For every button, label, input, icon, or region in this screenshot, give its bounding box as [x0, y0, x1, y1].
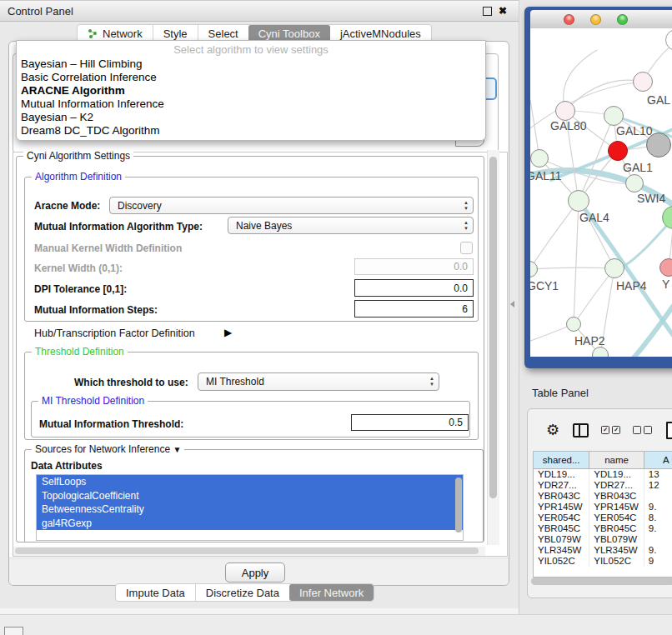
attribute-item-betweennesscentrality[interactable]: BetweennessCentrality: [37, 502, 463, 517]
table-row[interactable]: YBR045CYBR045C9.: [534, 523, 672, 534]
table-row[interactable]: YIL052CYIL052C9: [534, 556, 672, 567]
table-cell: 13: [644, 469, 672, 480]
sources-expanded-arrow-icon[interactable]: ▼: [173, 445, 181, 454]
table-cell: YBR045C: [534, 523, 589, 534]
attribute-item-selfloops[interactable]: SelfLoops: [37, 475, 463, 489]
mi-type-value: Naive Bayes: [236, 220, 292, 232]
kernel-width-input[interactable]: 0.0: [354, 258, 474, 275]
hub-definition-label[interactable]: Hub/Transcription Factor Definition: [34, 328, 195, 339]
node-label-gal10: GAL10: [616, 124, 653, 138]
collapsed-panel-icon[interactable]: [4, 627, 23, 635]
network-node-hap2[interactable]: [566, 317, 581, 332]
table-row[interactable]: YBR043CYBR043C: [534, 491, 672, 502]
tab-style[interactable]: Style: [153, 25, 198, 42]
table-cell: 9.: [644, 502, 672, 512]
tab-label: Impute Data: [126, 587, 185, 599]
table-row[interactable]: YLR345WYLR345W9.: [534, 545, 672, 556]
dropdown-option-mutual-information-inference[interactable]: Mutual Information Inference: [21, 98, 164, 110]
table-panel-title: Table Panel: [532, 387, 589, 399]
apply-strip: Apply: [9, 558, 509, 585]
mi-steps-input[interactable]: 6: [354, 300, 474, 318]
network-node-hap4[interactable]: [604, 258, 624, 278]
table-row[interactable]: YBL079WYBL079W: [534, 534, 672, 545]
network-node-y[interactable]: [659, 258, 672, 277]
table-row[interactable]: YER054CYER054C8.: [534, 512, 672, 523]
deselect-all-columns-icon[interactable]: [633, 426, 652, 434]
kernel-width-label: Kernel Width (0,1):: [34, 262, 123, 274]
node-label-gal11: GAL11: [530, 169, 562, 182]
select-all-columns-icon[interactable]: ✓✓: [601, 426, 620, 434]
tab-select[interactable]: Select: [198, 25, 248, 42]
which-threshold-select[interactable]: MI Threshold ▲▼: [198, 372, 439, 391]
table-row[interactable]: YDL19...YDL19...13: [534, 469, 672, 480]
mi-type-select[interactable]: Naive Bayes ▲▼: [228, 217, 474, 234]
manual-kernel-label: Manual Kernel Width Definition: [34, 242, 182, 254]
table-cell: 12: [644, 480, 672, 491]
mac-minimize-icon[interactable]: [590, 14, 601, 25]
table-cell: YDR27...: [534, 480, 589, 491]
table-column-header-a[interactable]: A: [644, 452, 672, 468]
control-panel-titlebar: Control Panel ✖: [0, 1, 519, 22]
algorithm-definition-title: Algorithm Definition: [32, 171, 125, 182]
column-browser-icon[interactable]: [573, 423, 589, 438]
aracne-mode-select[interactable]: Discovery ▲▼: [109, 197, 474, 214]
table-row[interactable]: YDR27...YDR27...12: [534, 480, 672, 491]
tab-jactivemnodules[interactable]: jActiveMNodules: [330, 25, 431, 42]
table-panel-box: ⚙ ✓✓ shared...nameA YDL19...YDL19...13YD…: [527, 408, 672, 598]
data-attributes-list[interactable]: SelfLoopsTopologicalCoefficientBetweenne…: [36, 474, 464, 541]
dropdown-option-dream8-dc-tdc-algorithm[interactable]: Dream8 DC_TDC Algorithm: [21, 124, 160, 137]
node-label-swi4: SWI4: [637, 192, 665, 205]
float-window-icon[interactable]: [483, 7, 492, 16]
settings-vertical-scrollbar[interactable]: [487, 150, 499, 545]
table-column-header-shared[interactable]: shared...: [534, 452, 589, 468]
node-label-hap4: HAP4: [616, 279, 647, 292]
tab-network[interactable]: Network: [78, 25, 153, 42]
network-node-gal1[interactable]: [608, 141, 628, 161]
tab-infer-network[interactable]: Infer Network: [289, 584, 374, 601]
combo-arrows-icon: ▲▼: [429, 376, 434, 387]
tab-cyni-toolbox[interactable]: Cyni Toolbox: [248, 25, 330, 42]
tab-impute-data[interactable]: Impute Data: [116, 584, 195, 601]
close-window-icon[interactable]: ✖: [499, 6, 507, 16]
dpi-tolerance-label: DPI Tolerance [0,1]:: [34, 283, 127, 295]
control-panel-main: Cyni Algorithm Settings Algorithm Defini…: [8, 41, 509, 586]
mac-close-icon[interactable]: [564, 14, 574, 25]
network-canvas[interactable]: GALGAL80GAL10GAL1GAL11SWI4GAL4GCY1HAP4YH…: [530, 28, 672, 357]
network-node-gal[interactable]: [633, 72, 653, 92]
network-node-gal11[interactable]: [530, 149, 549, 168]
dropdown-placeholder: Select algorithm to view settings: [17, 43, 485, 56]
dropdown-option-aracne-algorithm[interactable]: ARACNE Algorithm: [21, 84, 125, 97]
table-column-header-name[interactable]: name: [589, 452, 644, 468]
attributes-scrollbar[interactable]: [454, 476, 463, 538]
network-node-gal10[interactable]: [604, 106, 624, 126]
table-cell: YER054C: [534, 512, 589, 523]
attribute-item-topologicalcoefficient[interactable]: TopologicalCoefficient: [37, 489, 463, 503]
manual-kernel-checkbox[interactable]: [460, 242, 473, 254]
table-cell: YLR345W: [534, 545, 589, 556]
dropdown-option-bayesian-hill-climbing[interactable]: Bayesian – Hill Climbing: [21, 58, 143, 70]
network-node-gal80[interactable]: [555, 101, 575, 121]
mi-threshold-group-title: MI Threshold Definition: [38, 395, 148, 407]
aracne-mode-value: Discovery: [118, 200, 162, 212]
export-table-icon[interactable]: [666, 422, 672, 439]
panel-splitter-arrow-icon[interactable]: [510, 301, 514, 308]
apply-button[interactable]: Apply: [225, 562, 285, 582]
dropdown-option-basic-correlation-inference[interactable]: Basic Correlation Inference: [21, 71, 157, 83]
settings-horizontal-scrollbar[interactable]: [13, 547, 485, 556]
network-node-swi4[interactable]: [625, 174, 644, 192]
network-node-gal4[interactable]: [568, 190, 589, 212]
gear-icon[interactable]: ⚙: [546, 421, 559, 439]
tab-discretize-data[interactable]: Discretize Data: [195, 584, 289, 601]
dpi-tolerance-input[interactable]: 0.0: [354, 279, 474, 297]
table-cell: YDL19...: [534, 469, 589, 480]
dropdown-option-bayesian-k2[interactable]: Bayesian – K2: [21, 111, 93, 123]
control-panel-title: Control Panel: [0, 5, 73, 18]
tab-label: jActiveMNodules: [340, 28, 421, 40]
table-cell: YDR27...: [589, 480, 644, 491]
mi-threshold-input[interactable]: 0.5: [351, 414, 469, 431]
hub-collapsed-arrow-icon[interactable]: ▶: [224, 327, 232, 338]
mac-zoom-icon[interactable]: [617, 14, 628, 25]
attribute-item-gal4rgexp[interactable]: gal4RGexp: [37, 517, 463, 531]
table-horizontal-scrollbar[interactable]: [531, 577, 672, 586]
table-row[interactable]: YPR145WYPR145W9.: [534, 502, 672, 512]
